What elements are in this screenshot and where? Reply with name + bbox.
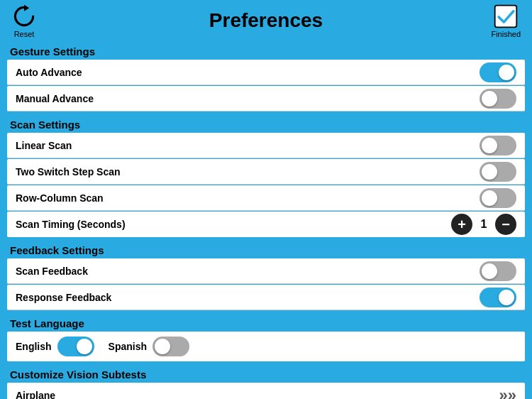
english-label: English xyxy=(16,341,52,352)
two-switch-toggle[interactable] xyxy=(480,162,516,182)
two-switch-row: Two Switch Step Scan xyxy=(7,159,525,185)
scan-feedback-row: Scan Feedback xyxy=(7,258,525,284)
auto-advance-row: Auto Advance xyxy=(7,60,525,85)
test-language-header: Test Language xyxy=(7,313,525,332)
scan-feedback-toggle[interactable] xyxy=(480,261,516,281)
spanish-item: Spanish xyxy=(109,337,189,356)
header: Reset Preferences Finished xyxy=(0,0,532,41)
increment-button[interactable]: + xyxy=(451,214,472,235)
reset-label: Reset xyxy=(14,30,35,38)
manual-advance-toggle[interactable] xyxy=(480,89,516,109)
response-feedback-row: Response Feedback xyxy=(7,285,525,310)
linear-scan-row: Linear Scan xyxy=(7,133,525,158)
scan-settings-header: Scan Settings xyxy=(7,114,525,133)
finished-label: Finished xyxy=(491,30,521,38)
spanish-toggle[interactable] xyxy=(153,337,189,356)
scan-feedback-label: Scan Feedback xyxy=(16,266,88,277)
airplane-row[interactable]: Airplane »» xyxy=(7,383,525,399)
scan-timing-row: Scan Timing (Seconds) + 1 − xyxy=(7,212,525,237)
english-toggle[interactable] xyxy=(57,337,94,356)
auto-advance-label: Auto Advance xyxy=(16,67,82,78)
decrement-button[interactable]: − xyxy=(495,214,516,235)
response-feedback-toggle[interactable] xyxy=(480,288,516,307)
feedback-settings-header: Feedback Settings xyxy=(7,240,525,258)
row-column-toggle[interactable] xyxy=(480,188,516,208)
page-title: Preferences xyxy=(209,9,323,32)
manual-advance-label: Manual Advance xyxy=(16,93,94,104)
finished-button[interactable]: Finished xyxy=(491,4,521,38)
two-switch-label: Two Switch Step Scan xyxy=(16,166,121,177)
language-row: English Spanish xyxy=(7,332,525,361)
content: Gesture Settings Auto Advance Manual Adv… xyxy=(0,41,532,399)
customize-subtests-header: Customize Vision Subtests xyxy=(7,364,525,383)
reset-button[interactable]: Reset xyxy=(11,4,37,38)
svg-marker-0 xyxy=(24,4,29,11)
row-column-row: Row-Column Scan xyxy=(7,185,525,211)
spanish-label: Spanish xyxy=(109,341,147,352)
stepper-value: 1 xyxy=(477,218,491,231)
linear-scan-toggle[interactable] xyxy=(480,136,516,155)
gesture-settings-header: Gesture Settings xyxy=(7,41,525,60)
english-item: English xyxy=(16,337,94,356)
stepper-control: + 1 − xyxy=(451,214,516,235)
auto-advance-toggle[interactable] xyxy=(480,62,516,82)
row-column-label: Row-Column Scan xyxy=(16,192,104,204)
manual-advance-row: Manual Advance xyxy=(7,86,525,111)
airplane-label: Airplane xyxy=(16,390,55,399)
scan-timing-label: Scan Timing (Seconds) xyxy=(16,219,126,230)
response-feedback-label: Response Feedback xyxy=(16,292,111,303)
linear-scan-label: Linear Scan xyxy=(16,140,72,151)
chevron-right-icon: »» xyxy=(499,386,516,399)
